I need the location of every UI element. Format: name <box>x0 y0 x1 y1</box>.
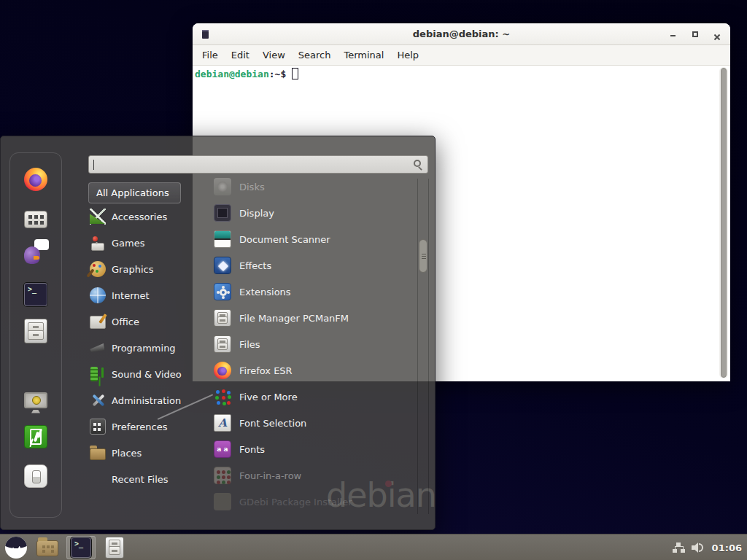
office-icon <box>90 316 106 329</box>
firefox-icon <box>24 168 47 191</box>
app-item-firefox-esr[interactable]: Firefox ESR <box>193 357 412 384</box>
category-recent-files[interactable]: Recent Files <box>88 466 193 492</box>
close-icon <box>713 34 721 41</box>
app-item-font-selection[interactable]: Font Selection <box>193 410 412 436</box>
app-item-five-or-more[interactable]: Five or More <box>193 384 412 410</box>
app-label: Firefox ESR <box>239 365 293 376</box>
category-label: Recent Files <box>112 474 169 485</box>
app-item-extensions[interactable]: Extensions <box>193 279 412 305</box>
category-games[interactable]: Games <box>88 230 193 256</box>
all-applications-label: All Applications <box>96 187 169 198</box>
category-office[interactable]: Office <box>88 308 193 335</box>
category-accessories[interactable]: Accessories <box>88 203 193 230</box>
app-item-effects[interactable]: Effects <box>193 252 412 279</box>
display-icon <box>214 204 231 222</box>
menu-view[interactable]: View <box>256 47 292 63</box>
system-tray: 01:06 <box>673 534 742 560</box>
menu-edit[interactable]: Edit <box>225 47 256 63</box>
category-graphics[interactable]: Graphics <box>88 256 193 282</box>
firefox-icon <box>214 362 231 379</box>
accessories-icon <box>90 209 106 225</box>
category-label: Administration <box>112 395 181 406</box>
app-label: Files <box>239 339 260 350</box>
category-label: Accessories <box>112 211 167 222</box>
category-internet[interactable]: Internet <box>88 282 193 308</box>
terminal-task-button[interactable] <box>66 536 96 559</box>
search-input[interactable] <box>88 155 428 174</box>
app-label: Extensions <box>239 287 291 298</box>
category-places[interactable]: Places <box>88 440 193 466</box>
app-label: File Manager PCManFM <box>239 313 349 324</box>
minimize-button[interactable] <box>667 28 679 40</box>
category-label: Graphics <box>112 264 153 275</box>
favorite-files-button[interactable] <box>24 319 47 343</box>
menu-scrollbar-thumb[interactable] <box>419 239 427 273</box>
close-button[interactable] <box>711 28 723 40</box>
favorite-terminal-button[interactable] <box>24 283 47 306</box>
preferences-icon <box>90 419 106 435</box>
files-icon <box>214 335 231 353</box>
gdebi-icon <box>214 493 231 510</box>
five-or-more-icon <box>214 388 231 405</box>
favorite-pidgin-button[interactable] <box>24 241 47 264</box>
menu-button[interactable] <box>4 536 28 559</box>
menu-help[interactable]: Help <box>390 47 425 63</box>
logout-icon <box>24 425 47 448</box>
menu-file[interactable]: File <box>196 47 225 63</box>
extensions-icon <box>214 283 231 300</box>
terminal-menubar: File Edit View Search Terminal Help <box>193 45 730 66</box>
text-caret <box>93 160 94 170</box>
file-manager-button[interactable] <box>35 536 60 559</box>
app-item-files[interactable]: Files <box>193 331 412 357</box>
prompt-path: :~$ <box>269 69 286 79</box>
menu-icon <box>5 537 27 559</box>
app-item-display[interactable]: Display <box>193 200 412 226</box>
logout-button[interactable] <box>24 425 47 448</box>
app-item-disks[interactable]: Disks <box>193 174 412 200</box>
application-menu: All Applications Accessories Games Graph… <box>0 136 436 530</box>
category-label: Places <box>112 448 142 459</box>
graphics-icon <box>90 261 106 277</box>
favorite-firefox-button[interactable] <box>24 168 47 191</box>
file-cabinet-icon <box>24 319 47 343</box>
window-title: debian@debian: ~ <box>193 28 730 39</box>
minimize-icon <box>670 35 676 36</box>
sound-video-icon <box>90 366 106 382</box>
app-item-four-in-a-row[interactable]: Four-in-a-row <box>193 462 412 489</box>
app-item-document-scanner[interactable]: Document Scanner <box>193 226 412 252</box>
menu-scrollbar[interactable] <box>417 179 429 514</box>
files-task-button[interactable] <box>102 536 127 559</box>
terminal-cursor <box>292 68 298 79</box>
category-sound-video[interactable]: Sound & Video <box>88 361 193 387</box>
prompt-line: debian@debian:~$ <box>193 66 730 79</box>
app-item-fonts[interactable]: Fonts <box>193 436 412 462</box>
app-item-file-manager-pcmanfm[interactable]: File Manager PCManFM <box>193 305 412 331</box>
category-preferences[interactable]: Preferences <box>88 413 193 440</box>
fonts-icon <box>214 440 231 458</box>
app-item-gdebi-package-installer[interactable]: GDebi Package Installer <box>193 489 412 515</box>
menu-terminal[interactable]: Terminal <box>337 47 390 63</box>
volume-icon[interactable] <box>692 542 705 553</box>
all-applications-button[interactable]: All Applications <box>88 182 181 203</box>
favorite-keyboard-button[interactable] <box>24 206 47 230</box>
category-label: Preferences <box>112 421 167 432</box>
category-label: Games <box>112 238 144 249</box>
maximize-button[interactable] <box>689 28 701 40</box>
terminal-scrollbar-thumb[interactable] <box>721 68 727 378</box>
network-icon[interactable] <box>673 542 684 553</box>
category-label: Sound & Video <box>112 369 182 380</box>
terminal-titlebar[interactable]: debian@debian: ~ <box>193 23 730 45</box>
app-label: Font Selection <box>239 418 306 429</box>
lock-screen-button[interactable] <box>24 387 47 411</box>
clock[interactable]: 01:06 <box>712 542 742 553</box>
window-controls <box>667 23 723 45</box>
app-label: Four-in-a-row <box>239 470 301 481</box>
terminal-window-icon <box>202 30 209 39</box>
application-list: Disks Display Document Scanner Effects E… <box>193 174 412 515</box>
shutdown-button[interactable] <box>24 464 47 488</box>
category-programming[interactable]: Programming <box>88 335 193 361</box>
maximize-icon <box>692 31 698 37</box>
prompt-user: debian@debian <box>195 69 269 79</box>
menu-search[interactable]: Search <box>292 47 338 63</box>
terminal-scrollbar[interactable] <box>719 67 728 378</box>
